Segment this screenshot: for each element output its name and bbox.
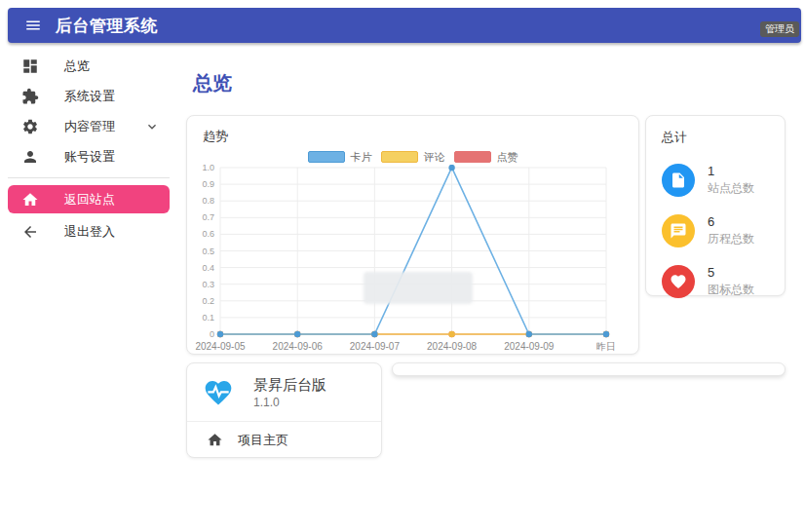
- app-title: 后台管理系统: [56, 15, 158, 37]
- page-title: 总览: [193, 70, 232, 96]
- empty-pill-card: [392, 362, 786, 376]
- chart-card-title: 趋势: [187, 128, 638, 145]
- svg-text:0.5: 0.5: [202, 247, 214, 256]
- sidebar-item-label: 返回站点: [64, 191, 115, 209]
- stat-value: 5: [708, 265, 754, 280]
- legend-item[interactable]: 点赞: [454, 150, 518, 165]
- legend-label: 点赞: [497, 150, 518, 165]
- admin-role-badge: 管理员: [760, 21, 799, 37]
- app-info-card: 景昇后台版 1.1.0 项目主页: [186, 362, 382, 458]
- svg-text:0.9: 0.9: [202, 179, 214, 189]
- sidebar-item-label: 内容管理: [64, 118, 115, 135]
- svg-text:2024-09-08: 2024-09-08: [427, 341, 478, 352]
- sidebar-item-content-management[interactable]: 内容管理: [8, 111, 170, 141]
- person-icon: [21, 148, 39, 166]
- sidebar-item-system-settings[interactable]: 系统设置: [8, 81, 170, 111]
- heart-pulse-icon: [203, 377, 238, 408]
- extension-icon: [21, 88, 39, 105]
- totals-card: 总计 1 站点总数 6 历程总数 5 图: [645, 115, 786, 296]
- file-icon: [662, 164, 695, 197]
- heart-icon: [662, 265, 695, 298]
- sidebar-item-label: 退出登入: [64, 223, 115, 241]
- legend-item[interactable]: 评论: [381, 150, 445, 165]
- sidebar-item-overview[interactable]: 总览: [8, 51, 170, 81]
- stat-value: 1: [708, 164, 754, 178]
- stat-label: 站点总数: [708, 180, 754, 197]
- chat-icon: [662, 214, 695, 247]
- admin-dashboard-page: 后台管理系统 管理员 总览 系统设置 内容管理: [0, 0, 805, 532]
- app-info-header: 景昇后台版 1.1.0: [187, 363, 381, 421]
- settings-gear-icon: [21, 118, 39, 135]
- sidebar-item-label: 账号设置: [64, 148, 115, 166]
- stat-row-sites: 1 站点总数: [662, 164, 769, 197]
- sidebar-divider: [8, 177, 170, 178]
- svg-text:0.1: 0.1: [202, 313, 214, 323]
- svg-text:2024-09-05: 2024-09-05: [195, 341, 246, 352]
- stat-label: 历程总数: [708, 231, 754, 247]
- svg-text:0.8: 0.8: [202, 196, 214, 206]
- project-home-label: 项目主页: [238, 432, 288, 449]
- stat-value: 6: [708, 214, 754, 229]
- stat-label: 图标总数: [708, 282, 754, 298]
- sidebar-item-label: 总览: [64, 57, 90, 75]
- dashboard-icon: [21, 57, 39, 75]
- svg-text:0.4: 0.4: [202, 263, 214, 273]
- svg-text:0.2: 0.2: [202, 296, 214, 306]
- legend-label: 评论: [424, 150, 445, 165]
- svg-text:0.7: 0.7: [202, 212, 214, 222]
- svg-text:0.6: 0.6: [202, 229, 214, 239]
- legend-swatch: [308, 151, 345, 163]
- svg-text:1.0: 1.0: [202, 165, 214, 172]
- legend-swatch: [381, 151, 418, 163]
- menu-icon[interactable]: [24, 17, 42, 34]
- back-arrow-icon: [21, 223, 39, 241]
- sidebar-item-account-settings[interactable]: 账号设置: [8, 141, 170, 171]
- sidebar-item-back-to-site[interactable]: 返回站点: [8, 185, 170, 213]
- home-icon: [21, 191, 39, 209]
- trend-chart-card: 趋势 卡片评论点赞 1.00.90.80.70.60.50.40.30.20.1…: [186, 115, 639, 355]
- svg-text:0.3: 0.3: [202, 280, 214, 289]
- svg-text:2024-09-07: 2024-09-07: [350, 341, 401, 352]
- app-version: 1.1.0: [253, 396, 326, 409]
- svg-text:2024-09-09: 2024-09-09: [504, 341, 555, 352]
- stat-row-icons: 5 图标总数: [662, 265, 769, 298]
- app-bar: 后台管理系统 管理员: [8, 8, 801, 43]
- home-icon: [207, 432, 223, 448]
- legend-item[interactable]: 卡片: [308, 150, 372, 165]
- trend-chart: 1.00.90.80.70.60.50.40.30.20.102024-09-0…: [187, 165, 627, 356]
- svg-text:昨日: 昨日: [596, 341, 616, 352]
- app-name: 景昇后台版: [253, 376, 326, 395]
- svg-text:2024-09-06: 2024-09-06: [273, 341, 324, 352]
- blurred-watermark: [364, 272, 473, 304]
- totals-card-title: 总计: [662, 129, 769, 146]
- legend-swatch: [454, 151, 491, 163]
- chart-legend: 卡片评论点赞: [187, 150, 638, 164]
- project-home-link[interactable]: 项目主页: [187, 422, 381, 458]
- sidebar-item-label: 系统设置: [64, 88, 115, 105]
- stat-row-history: 6 历程总数: [662, 214, 769, 247]
- legend-label: 卡片: [351, 150, 372, 165]
- svg-text:0: 0: [210, 329, 214, 339]
- chevron-down-icon[interactable]: [144, 119, 160, 134]
- sidebar-item-logout[interactable]: 退出登入: [8, 216, 170, 247]
- chart-area: 1.00.90.80.70.60.50.40.30.20.102024-09-0…: [187, 165, 638, 356]
- sidebar: 总览 系统设置 内容管理 账号设置: [8, 51, 170, 247]
